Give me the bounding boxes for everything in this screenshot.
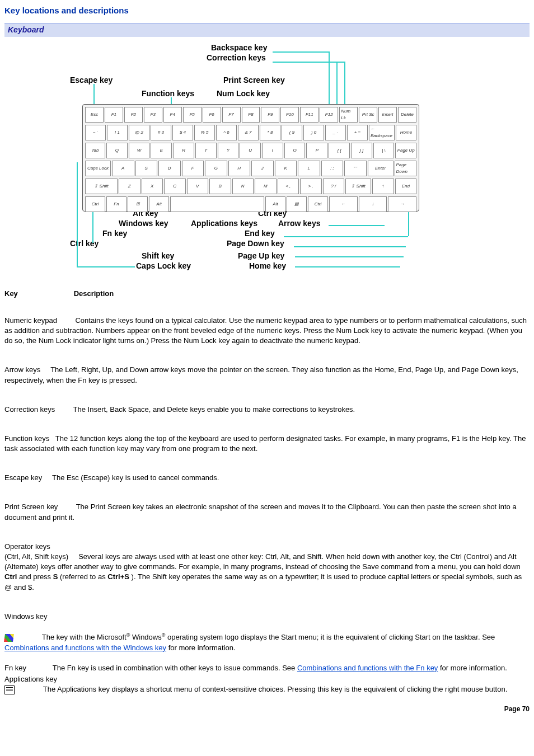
key-name: Arrow keys bbox=[4, 365, 40, 374]
reg-mark: ® bbox=[127, 632, 130, 638]
key-up: ↑ bbox=[372, 179, 394, 194]
keyboard-diagram: Backspace key Correction keys Escape key… bbox=[26, 43, 508, 278]
reg-mark: ® bbox=[162, 632, 166, 638]
key-esc: Esc bbox=[85, 107, 104, 123]
key-insert: Insert bbox=[378, 107, 397, 123]
label-capslock: Caps Lock key bbox=[136, 261, 191, 272]
key-pagedown: Page Down bbox=[395, 161, 417, 176]
key-f11: F11 bbox=[300, 107, 318, 123]
key-rctrl: Ctrl bbox=[308, 196, 328, 212]
callout-line bbox=[344, 62, 345, 106]
key-ralt: Alt bbox=[265, 196, 285, 212]
key-f: F bbox=[182, 161, 204, 176]
callout-line bbox=[77, 162, 78, 266]
entry-arrow-keys: Arrow keys The Left, Right, Up, and Down… bbox=[4, 365, 530, 385]
keyboard-row-4: Caps Lock A S D F G H J K L : ; " ' Ente… bbox=[85, 161, 416, 176]
label-arrow: Arrow keys bbox=[278, 218, 320, 229]
callout-line bbox=[284, 236, 408, 237]
label-printscreen: Print Screen key bbox=[223, 75, 285, 86]
key-desc: The Esc (Escape) key is used to cancel c… bbox=[52, 473, 219, 482]
entry-applications-key: Applications key The Applications key di… bbox=[4, 674, 530, 694]
link-windows-combinations[interactable]: Combinations and functions with the Wind… bbox=[4, 644, 166, 652]
key-f2: F2 bbox=[124, 107, 143, 123]
key-tilde: ~ ` bbox=[85, 125, 106, 140]
callout-line bbox=[273, 62, 344, 63]
key-capslock: Caps Lock bbox=[85, 161, 111, 176]
key-win: ⊞ bbox=[128, 196, 148, 212]
key-name: Correction keys bbox=[4, 405, 55, 414]
keyboard-row-1: Esc F1 F2 F3 F4 F5 F6 F7 F8 F9 F10 F11 F… bbox=[85, 107, 416, 123]
col-key: Key bbox=[4, 289, 72, 299]
key-right: → bbox=[388, 196, 416, 212]
key-down: ↓ bbox=[359, 196, 387, 212]
key-desc: The Print Screen key takes an electronic… bbox=[4, 503, 517, 521]
key-comma: < , bbox=[278, 179, 299, 194]
key-lbracket: { [ bbox=[329, 143, 350, 158]
callout-line bbox=[336, 62, 338, 106]
key-d: D bbox=[158, 161, 181, 176]
key-y: Y bbox=[218, 143, 239, 158]
key-rbracket: } ] bbox=[351, 143, 372, 158]
applications-key-icon bbox=[4, 685, 15, 694]
callout-line bbox=[294, 246, 406, 247]
callout-line bbox=[329, 225, 385, 226]
label-applications: Applications keys bbox=[191, 218, 257, 229]
key-a: A bbox=[112, 161, 134, 176]
s-bold: S bbox=[53, 572, 58, 581]
key-o: O bbox=[284, 143, 306, 158]
key-k: K bbox=[275, 161, 297, 176]
key-left: ← bbox=[329, 196, 358, 212]
key-equals: + = bbox=[347, 125, 368, 140]
callout-line bbox=[93, 84, 95, 106]
keyboard-row-5: ⇧ Shift Z X C V B N M < , > . ? / ⇧ Shif… bbox=[85, 179, 416, 194]
key-lctrl: Ctrl bbox=[85, 196, 105, 212]
key-name: Escape key bbox=[4, 473, 42, 482]
key-z: Z bbox=[119, 179, 140, 194]
key-lalt: Alt bbox=[149, 196, 169, 212]
key-desc-part: for more information. bbox=[440, 664, 507, 672]
key-1: ! 1 bbox=[107, 125, 128, 140]
key-desc-part: for more information. bbox=[168, 644, 236, 652]
ctrl-bold: Ctrl bbox=[4, 572, 17, 581]
col-desc: Description bbox=[74, 289, 114, 298]
label-fn: Fn key bbox=[102, 228, 127, 240]
key-tab: Tab bbox=[85, 143, 105, 158]
entry-function-keys: Function keys The 12 function keys along… bbox=[4, 434, 530, 454]
link-fn-combinations[interactable]: Combinations and functions with the Fn k… bbox=[297, 664, 438, 672]
key-slash: ? / bbox=[323, 179, 345, 194]
key-f9: F9 bbox=[261, 107, 279, 123]
entry-correction-keys: Correction keys The Insert, Back Space, … bbox=[4, 405, 530, 415]
key-f1: F1 bbox=[105, 107, 123, 123]
key-end: End bbox=[395, 179, 417, 194]
section-header: Keyboard bbox=[4, 23, 530, 37]
key-prtsc: Prt Sc bbox=[359, 107, 377, 123]
key-desc-part: The key with the Microsoft bbox=[42, 633, 127, 641]
key-f3: F3 bbox=[144, 107, 162, 123]
key-l: L bbox=[298, 161, 320, 176]
label-correction: Correction keys bbox=[207, 53, 266, 64]
key-0: ) 0 bbox=[303, 125, 324, 140]
keyboard-row-3: Tab Q W E R T Y U I O P { [ } ] | \ Page… bbox=[85, 143, 416, 158]
table-header: Key Description bbox=[4, 289, 530, 299]
entry-fn-key: Fn key The Fn key is used in combination… bbox=[4, 663, 530, 673]
key-g: G bbox=[205, 161, 227, 176]
label-ctrl-left: Ctrl key bbox=[70, 238, 99, 250]
label-function: Function keys bbox=[142, 88, 194, 100]
key-semicolon: : ; bbox=[321, 161, 344, 176]
key-desc-part: Several keys are always used with at lea… bbox=[4, 552, 521, 571]
key-desc: Contains the keys found on a typical cal… bbox=[4, 316, 527, 345]
key-8: * 8 bbox=[260, 125, 280, 140]
entry-print-screen-key: Print Screen key The Print Screen key ta… bbox=[4, 502, 530, 522]
key-desc-part: (referred to as bbox=[60, 572, 107, 581]
key-name: Function keys bbox=[4, 434, 49, 443]
key-desc: The Insert, Back Space, and Delete keys … bbox=[73, 405, 355, 414]
key-minus: _ - bbox=[325, 125, 346, 140]
keyboard-row-2: ~ ` ! 1 @ 2 # 3 $ 4 % 5 ^ 6 & 7 * 8 ( 9 … bbox=[85, 125, 416, 140]
key-name: Print Screen key bbox=[4, 503, 58, 511]
key-home: Home bbox=[396, 125, 416, 140]
label-shift: Shift key bbox=[142, 251, 174, 262]
key-f7: F7 bbox=[222, 107, 241, 123]
key-rshift: ⇧ Shift bbox=[345, 179, 371, 194]
label-end: End key bbox=[245, 228, 275, 240]
key-name: Numeric keypad bbox=[4, 316, 57, 325]
